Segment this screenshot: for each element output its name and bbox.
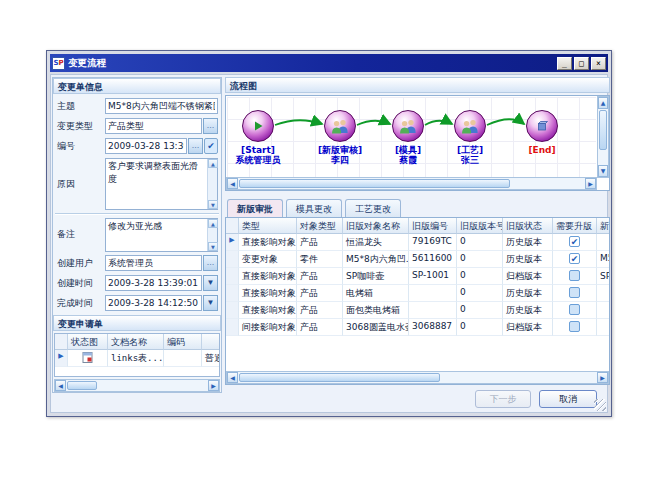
scroll-right-icon[interactable]: ▶ [208, 380, 219, 391]
new-name-cell [597, 302, 609, 319]
field-creator: 创建用户 … [55, 255, 219, 271]
flow-node-label-4: [工艺]张三 [430, 145, 510, 165]
request-table-hscrollbar[interactable]: ◀ ▶ [54, 379, 220, 392]
new-name-cell [597, 234, 609, 251]
flow-hscrollbar[interactable]: ◀ ▶ [226, 177, 597, 190]
impact-header-3[interactable]: 旧版对象名称 [343, 218, 409, 234]
close-button[interactable]: × [591, 57, 606, 70]
row-selector-icon [226, 285, 239, 302]
tab-1[interactable]: 新版审批 [227, 199, 283, 217]
impact-table-row[interactable]: 直接影响对象产品SP咖啡壶SP-10010归档版本SP咖 [226, 268, 609, 285]
impact-header-1[interactable]: 类型 [239, 218, 297, 234]
flow-chart-canvas[interactable]: [Start]系统管理员[新版审核]李四[模具]蔡霞[工艺]张三[End] [227, 97, 596, 177]
impact-table-row[interactable]: 直接影响对象产品面包类电烤箱0历史版本 [226, 302, 609, 319]
scroll-down-icon[interactable]: ▼ [208, 242, 218, 251]
scroll-right-icon[interactable]: ▶ [585, 178, 596, 189]
field-number: 编号 … ✔ [55, 138, 219, 154]
finish-time-dropdown-button[interactable]: ▼ [203, 295, 218, 311]
impact-table: 类型对象类型旧版对象名称旧版编号旧版版本号旧版状态需要升版新版对象名称 ▶直接影… [225, 217, 610, 385]
flow-node-5[interactable] [526, 110, 558, 142]
scrollbar-thumb[interactable] [599, 110, 607, 150]
reason-textarea[interactable]: 客户要求调整表面光滑度 [106, 159, 217, 209]
upgrade-checkbox[interactable]: ✔ [569, 253, 580, 264]
people-icon [460, 119, 480, 134]
creator-input[interactable] [105, 255, 202, 271]
upgrade-checkbox[interactable] [569, 270, 580, 281]
number-input[interactable] [105, 138, 187, 154]
number-browse-button[interactable]: … [188, 138, 203, 154]
minimize-button[interactable]: _ [557, 57, 572, 70]
request-table-row[interactable]: ▶ links表... 普通 [55, 350, 219, 367]
impact-table-row[interactable]: ▶直接影响对象产品恒温龙头79169TC0历史版本✔ [226, 234, 609, 251]
impact-table-row[interactable]: 直接影响对象产品电烤箱0历史版本 [226, 285, 609, 302]
flow-node-1[interactable] [242, 110, 274, 142]
impact-header-5[interactable]: 旧版版本号 [457, 218, 503, 234]
request-header-3[interactable]: 编码 [164, 334, 202, 350]
divider [55, 213, 219, 215]
change-request-table: 状态图文档名称编码 ▶ links表... 普通 [54, 333, 220, 377]
scroll-up-icon[interactable]: ▲ [598, 97, 608, 109]
scroll-right-icon[interactable]: ▶ [597, 372, 608, 383]
create-time-dropdown-button[interactable]: ▼ [203, 275, 218, 291]
scrollbar-thumb[interactable] [239, 179, 510, 188]
scroll-down-icon[interactable]: ▼ [598, 165, 608, 177]
panel-header-change-request: 变更申请单 [53, 315, 221, 331]
scroll-up-icon[interactable]: ▲ [208, 219, 218, 228]
new-name-cell: SP咖 [597, 268, 609, 285]
flow-node-2[interactable] [324, 110, 356, 142]
scroll-left-icon[interactable]: ◀ [227, 178, 238, 189]
maximize-button[interactable]: □ [574, 57, 589, 70]
field-remark: 备注 修改为亚光感 ▲ ▼ [55, 218, 219, 252]
upgrade-checkbox[interactable] [569, 287, 580, 298]
next-button[interactable]: 下一步 [475, 390, 531, 408]
remark-label: 备注 [57, 228, 75, 241]
flow-vscrollbar[interactable]: ▲ ▼ [597, 96, 609, 178]
scroll-up-icon[interactable]: ▲ [208, 159, 218, 168]
impact-header-2[interactable]: 对象类型 [297, 218, 343, 234]
remark-textarea[interactable]: 修改为亚光感 [106, 219, 217, 251]
impact-table-row[interactable]: 变更对象零件M5*8内六角凹...56116000历史版本✔M5*8 [226, 251, 609, 268]
end-icon [536, 120, 548, 132]
scrollbar-thumb[interactable] [67, 381, 97, 390]
scrollbar-thumb[interactable] [239, 373, 440, 382]
impact-cell: 零件 [297, 251, 343, 268]
change-order-info-panel: 变更单信息 主题 变更类型 … 编号 … ✔ [52, 77, 222, 393]
scroll-left-icon[interactable]: ◀ [55, 380, 66, 391]
impact-table-body: ▶直接影响对象产品恒温龙头79169TC0历史版本✔变更对象零件M5*8内六角凹… [226, 234, 609, 371]
upgrade-checkbox[interactable] [569, 321, 580, 332]
impact-header-4[interactable]: 旧版编号 [409, 218, 457, 234]
upgrade-checkbox[interactable]: ✔ [569, 236, 580, 247]
upgrade-checkbox[interactable] [569, 304, 580, 315]
impact-table-row[interactable]: 间接影响对象产品3068圆盖电水壶30688870归档版本 [226, 319, 609, 336]
change-type-input[interactable] [105, 118, 202, 134]
resize-grip[interactable] [594, 399, 606, 411]
remark-scrollbar[interactable]: ▲ ▼ [207, 219, 217, 251]
request-header-4[interactable] [202, 334, 220, 350]
cancel-button[interactable]: 取消 [539, 390, 597, 408]
titlebar[interactable]: SP 变更流程 _ □ × [50, 54, 608, 72]
field-reason: 原因 客户要求调整表面光滑度 ▲ ▼ [55, 158, 219, 210]
document-code-cell [164, 350, 202, 367]
impact-header-8[interactable]: 新版对象名称 [597, 218, 610, 234]
tab-3[interactable]: 工艺更改 [345, 199, 401, 217]
impact-cell: 0 [457, 285, 503, 302]
row-selector-icon: ▶ [226, 234, 239, 251]
change-type-browse-button[interactable]: … [203, 118, 218, 134]
impact-table-hscrollbar[interactable]: ◀ ▶ [226, 371, 609, 384]
subject-input[interactable] [105, 98, 218, 114]
number-check-toggle[interactable]: ✔ [204, 138, 218, 154]
flow-node-3[interactable] [392, 110, 424, 142]
scroll-down-icon[interactable]: ▼ [208, 200, 218, 209]
tab-2[interactable]: 模具更改 [286, 199, 342, 217]
create-time-input[interactable] [105, 275, 202, 291]
impact-cell: 归档版本 [503, 319, 553, 336]
impact-header-7[interactable]: 需要升版 [553, 218, 597, 234]
flow-node-4[interactable] [454, 110, 486, 142]
request-header-1[interactable]: 状态图 [68, 334, 108, 350]
request-header-2[interactable]: 文档名称 [108, 334, 164, 350]
creator-browse-button[interactable]: … [203, 255, 218, 271]
reason-scrollbar[interactable]: ▲ ▼ [207, 159, 217, 209]
impact-header-6[interactable]: 旧版状态 [503, 218, 553, 234]
scroll-left-icon[interactable]: ◀ [227, 372, 238, 383]
finish-time-input[interactable] [105, 295, 202, 311]
